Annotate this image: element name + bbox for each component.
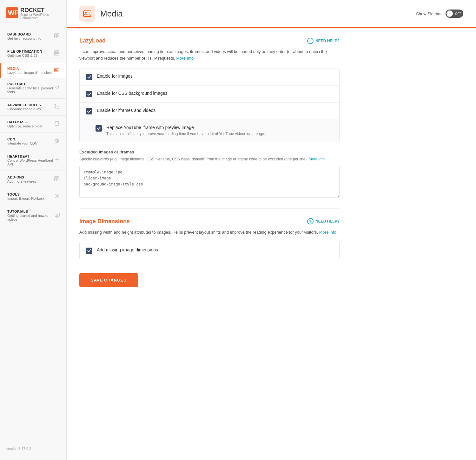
nav-item-content-tutorials: TUTORIALS Getting started and how to vid… bbox=[7, 210, 54, 221]
nav-icon-cdn bbox=[54, 138, 60, 145]
enable-css-bg-checkbox[interactable] bbox=[86, 91, 92, 97]
lazyload-more-info-link[interactable]: More Info bbox=[176, 56, 194, 61]
nav-item-content-media: MEDIA LazyLoad, image dimensions bbox=[7, 67, 52, 75]
enable-iframes-label: Enable for iframes and videos bbox=[97, 108, 333, 113]
svg-text:WP: WP bbox=[8, 9, 18, 17]
nav-list: DASHBOARD Get help, account info FILE OP… bbox=[0, 29, 66, 227]
excluded-title: Excluded images or iframes bbox=[79, 150, 340, 154]
logo: WP ROCKET Superior WordPress Performance bbox=[0, 0, 66, 26]
nav-divider-heartbeat bbox=[0, 171, 66, 171]
nav-divider-dashboard bbox=[0, 45, 66, 45]
sidebar-item-tools[interactable]: TOOLS Import, Export, Rollback bbox=[0, 189, 66, 204]
page-header: Media Show Sidebar OFF bbox=[67, 0, 476, 28]
svg-rect-6 bbox=[55, 50, 59, 52]
sidebar-item-add-ons[interactable]: ADD-ONS Add more features bbox=[0, 172, 66, 187]
sidebar-item-preload[interactable]: PRELOAD Generate cache files, preload fo… bbox=[0, 78, 66, 98]
enable-iframes-checkbox[interactable] bbox=[86, 108, 92, 114]
sidebar-item-database[interactable]: DATABASE Optimize, reduce bloat bbox=[0, 116, 66, 132]
content-area: LazyLoad ? NEED HELP? It can improve act… bbox=[67, 28, 352, 296]
excluded-more-info[interactable]: More info bbox=[309, 157, 325, 161]
option-enable-images: Enable for images bbox=[80, 68, 339, 86]
image-dims-need-help-icon: ? bbox=[307, 218, 314, 224]
svg-rect-4 bbox=[55, 36, 56, 38]
image-dims-options: Add missing image dimensions bbox=[79, 242, 340, 259]
sidebar-item-media[interactable]: MEDIA LazyLoad, image dimensions bbox=[0, 63, 66, 78]
svg-rect-29 bbox=[83, 11, 91, 16]
page-header-right: Show Sidebar OFF bbox=[416, 10, 463, 18]
svg-rect-20 bbox=[55, 176, 56, 178]
nav-item-content-advanced-rules: ADVANCED RULES Fine-tune cache rules bbox=[7, 103, 41, 111]
page-icon bbox=[79, 6, 95, 22]
replace-youtube-sub: This can significantly improve your load… bbox=[106, 131, 333, 137]
nav-divider-tools bbox=[0, 205, 66, 205]
sidebar-item-heartbeat[interactable]: HEARTBEAT Control WordPress Heartbeat AP… bbox=[0, 151, 66, 170]
lazyload-section-header: LazyLoad ? NEED HELP? bbox=[79, 37, 340, 44]
lazyload-need-help[interactable]: ? NEED HELP? bbox=[307, 38, 340, 44]
nav-item-sub-heartbeat: Control WordPress Heartbeat API bbox=[7, 159, 54, 166]
add-missing-dims-label: Add missing image dimensions bbox=[97, 247, 333, 252]
svg-point-17 bbox=[55, 121, 59, 123]
logo-tagline: Superior WordPress Performance bbox=[20, 13, 60, 20]
page-header-left: Media bbox=[79, 6, 123, 22]
nav-icon-tools bbox=[54, 193, 60, 200]
nav-item-sub-tools: Import, Export, Rollback bbox=[7, 197, 44, 200]
nav-item-content-preload: PRELOAD Generate cache files, preload fo… bbox=[7, 82, 54, 94]
svg-rect-13 bbox=[55, 106, 56, 107]
nav-icon-advanced-rules bbox=[54, 104, 60, 111]
nav-item-sub-dashboard: Get help, account info bbox=[7, 36, 41, 40]
sidebar-item-dashboard[interactable]: DASHBOARD Get help, account info bbox=[0, 29, 66, 44]
nav-item-sub-tutorials: Getting started and how to videos bbox=[7, 214, 54, 221]
nav-icon-dashboard bbox=[54, 33, 60, 40]
enable-images-checkbox[interactable] bbox=[86, 74, 92, 80]
sidebar-item-tutorials[interactable]: TUTORIALS Getting started and how to vid… bbox=[0, 206, 66, 225]
toggle-knob bbox=[446, 10, 453, 17]
sidebar-item-cdn[interactable]: CDN Integrate your CDN bbox=[0, 133, 66, 149]
svg-point-25 bbox=[56, 195, 57, 197]
nav-item-content-dashboard: DASHBOARD Get help, account info bbox=[7, 32, 41, 40]
image-dims-need-help-label: NEED HELP? bbox=[315, 219, 340, 224]
nav-item-title-heartbeat: HEARTBEAT bbox=[7, 154, 54, 158]
nav-divider-add-ons bbox=[0, 188, 66, 188]
nav-item-title-database: DATABASE bbox=[7, 120, 42, 124]
nav-item-title-dashboard: DASHBOARD bbox=[7, 32, 41, 36]
nav-item-title-add-ons: ADD-ONS bbox=[7, 175, 36, 179]
nav-divider-database bbox=[0, 133, 66, 133]
nav-icon-add-ons bbox=[54, 176, 60, 183]
excluded-desc: Specify keywords (e.g. image filename, C… bbox=[79, 156, 340, 162]
nav-item-title-preload: PRELOAD bbox=[7, 82, 54, 86]
nav-item-content-cdn: CDN Integrate your CDN bbox=[7, 137, 37, 145]
svg-rect-9 bbox=[55, 68, 59, 72]
image-dims-more-info-link[interactable]: More info bbox=[319, 230, 336, 235]
sidebar-item-file-optimization[interactable]: FILE OPTIMIZATION Optimize CSS & JS bbox=[0, 46, 66, 61]
nav-item-content-add-ons: ADD-ONS Add more features bbox=[7, 175, 36, 183]
image-dims-need-help[interactable]: ? NEED HELP? bbox=[307, 218, 340, 224]
logo-icon: WP bbox=[6, 7, 18, 20]
sidebar-item-advanced-rules[interactable]: ADVANCED RULES Fine-tune cache rules bbox=[0, 99, 66, 115]
main-content: Media Show Sidebar OFF LazyLoad ? NEED H… bbox=[67, 0, 476, 460]
nav-item-title-tutorials: TUTORIALS bbox=[7, 210, 54, 213]
nav-icon-tutorials bbox=[54, 212, 60, 219]
svg-marker-27 bbox=[56, 214, 58, 216]
sidebar-toggle[interactable]: OFF bbox=[446, 10, 463, 18]
nav-item-title-file-optimization: FILE OPTIMIZATION bbox=[7, 49, 42, 53]
replace-youtube-checkbox[interactable] bbox=[96, 125, 102, 132]
enable-images-label: Enable for images bbox=[97, 74, 333, 79]
lazyload-description: It can improve actual and perceived load… bbox=[79, 49, 340, 62]
nav-item-sub-file-optimization: Optimize CSS & JS bbox=[7, 54, 42, 57]
logo-rocket: ROCKET bbox=[20, 7, 44, 14]
image-dims-title: Image Dimensions bbox=[79, 218, 130, 225]
section-divider bbox=[79, 208, 340, 209]
sidebar: WP ROCKET Superior WordPress Performance… bbox=[0, 0, 67, 460]
excluded-textarea[interactable]: example-image.jpg slider-image backgroun… bbox=[79, 166, 340, 198]
svg-rect-21 bbox=[57, 176, 59, 178]
excluded-section: Excluded images or iframes Specify keywo… bbox=[79, 150, 340, 199]
add-missing-dims-checkbox[interactable] bbox=[86, 248, 92, 254]
nav-item-content-tools: TOOLS Import, Export, Rollback bbox=[7, 192, 44, 200]
nav-item-title-tools: TOOLS bbox=[7, 192, 44, 196]
svg-rect-22 bbox=[55, 179, 56, 181]
nav-item-sub-add-ons: Add more features bbox=[7, 179, 36, 183]
nav-item-title-advanced-rules: ADVANCED RULES bbox=[7, 103, 41, 107]
nav-icon-database bbox=[54, 121, 60, 128]
save-changes-button[interactable]: SAVE CHANGES bbox=[79, 273, 138, 287]
image-dims-description: Add missing width and height attributes … bbox=[79, 229, 340, 236]
